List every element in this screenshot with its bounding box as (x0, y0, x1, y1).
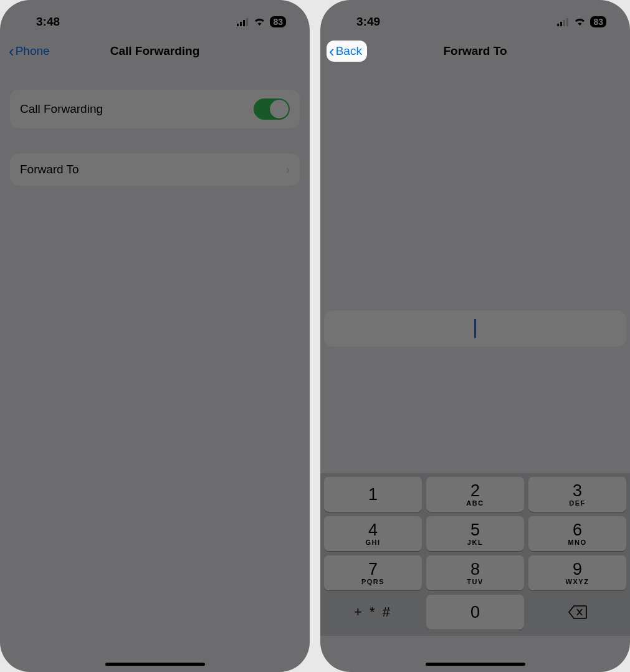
page-title: Forward To (443, 44, 507, 58)
key-5[interactable]: 5JKL (426, 516, 524, 551)
key-0[interactable]: 0 (426, 595, 524, 630)
wifi-icon (574, 17, 586, 26)
text-cursor (474, 319, 476, 338)
back-button[interactable]: ‹ Back (327, 41, 367, 62)
svg-rect-3 (246, 18, 248, 26)
call-forwarding-label: Call Forwarding (20, 102, 103, 116)
key-9[interactable]: 9WXYZ (528, 555, 626, 590)
svg-rect-4 (557, 24, 559, 26)
chevron-right-icon: › (286, 163, 290, 176)
back-label: Back (336, 44, 362, 58)
key-4[interactable]: 4GHI (324, 516, 422, 551)
svg-rect-0 (237, 24, 239, 26)
battery-icon: 83 (270, 16, 286, 27)
status-bar: 3:48 83 (0, 0, 310, 35)
page-title: Call Forwarding (110, 44, 200, 58)
wifi-icon (254, 17, 265, 26)
cellular-icon (237, 18, 249, 26)
back-label: Phone (16, 44, 50, 58)
nav-bar: ‹ Back Forward To (320, 35, 630, 67)
svg-rect-7 (566, 18, 568, 26)
phone-right: 3:49 83 ‹ Back Forward To 1 2ABC 3DEF 4G… (320, 0, 630, 672)
phone-left: 3:48 83 ‹ Phone Call Forwarding Call For… (0, 0, 310, 672)
back-button[interactable]: ‹ Phone (6, 41, 55, 62)
svg-rect-2 (243, 20, 245, 26)
phone-number-input[interactable] (324, 310, 626, 347)
key-1[interactable]: 1 (324, 477, 422, 512)
key-3[interactable]: 3DEF (528, 477, 626, 512)
key-2[interactable]: 2ABC (426, 477, 524, 512)
key-delete[interactable] (528, 595, 626, 630)
svg-rect-6 (563, 20, 565, 26)
status-time: 3:48 (36, 15, 60, 29)
chevron-left-icon: ‹ (329, 43, 335, 59)
forward-to-label: Forward To (20, 163, 79, 176)
content-area: Call Forwarding Forward To › (0, 67, 310, 672)
key-symbols[interactable]: + * # (324, 595, 422, 630)
cellular-icon (557, 18, 570, 26)
status-icons: 83 (557, 16, 606, 27)
status-bar: 3:49 83 (320, 0, 630, 35)
key-7[interactable]: 7PQRS (324, 555, 422, 590)
key-6[interactable]: 6MNO (528, 516, 626, 551)
numeric-keypad: 1 2ABC 3DEF 4GHI 5JKL 6MNO 7PQRS 8TUV 9W… (320, 473, 630, 636)
call-forwarding-row[interactable]: Call Forwarding (10, 90, 300, 128)
call-forwarding-toggle[interactable] (254, 98, 290, 120)
status-time: 3:49 (356, 15, 380, 29)
svg-rect-1 (240, 22, 242, 26)
backspace-icon (568, 605, 587, 619)
home-indicator[interactable] (426, 663, 525, 666)
forward-to-group: Forward To › (10, 153, 300, 186)
battery-icon: 83 (590, 16, 606, 27)
forward-to-row[interactable]: Forward To › (10, 153, 300, 186)
home-indicator[interactable] (105, 663, 205, 666)
svg-rect-5 (560, 22, 562, 26)
chevron-left-icon: ‹ (9, 43, 14, 59)
status-icons: 83 (237, 16, 286, 27)
call-forwarding-group: Call Forwarding (10, 90, 300, 128)
nav-bar: ‹ Phone Call Forwarding (0, 35, 310, 67)
key-8[interactable]: 8TUV (426, 555, 524, 590)
toggle-knob (270, 100, 289, 118)
